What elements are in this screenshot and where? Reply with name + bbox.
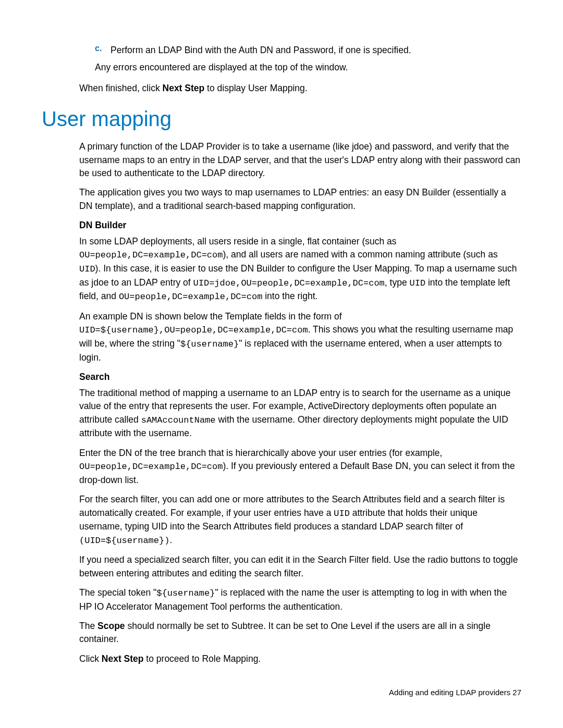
search-heading: Search — [79, 372, 521, 382]
dn1-f: into the right. — [262, 291, 317, 301]
s3-code1: UID — [334, 509, 350, 519]
s3-code2: (UID=${username}) — [79, 536, 169, 546]
intro-p1: A primary function of the LDAP Provider … — [79, 140, 521, 180]
s7-bold: Next Step — [102, 653, 144, 664]
dn-builder-p2: An example DN is shown below the Templat… — [79, 310, 521, 364]
s7-b: to proceed to Role Mapping. — [144, 653, 261, 664]
search-p3: For the search filter, you can add one o… — [79, 493, 521, 547]
heading-user-mapping: User mapping — [42, 107, 521, 131]
dn1-d: , type — [385, 277, 410, 288]
dn-builder-p1: In some LDAP deployments, all users resi… — [79, 235, 521, 304]
s5-code1: ${username} — [156, 588, 215, 598]
s6-b: should normally be set to Subtree. It ca… — [79, 621, 491, 644]
dn1-code5: OU=people,DC=example,DC=com — [119, 292, 262, 302]
finished-line: When finished, click Next Step to displa… — [79, 82, 521, 95]
finished-suffix: to display User Mapping. — [204, 83, 307, 93]
dn1-code1: OU=people,DC=example,DC=com — [79, 250, 223, 260]
s2-code1: OU=people,DC=example,DC=com — [79, 462, 223, 472]
finished-prefix: When finished, click — [79, 83, 163, 93]
search-p2: Enter the DN of the tree branch that is … — [79, 447, 521, 487]
search-p7: Click Next Step to proceed to Role Mappi… — [79, 652, 521, 665]
s6-bold: Scope — [97, 621, 125, 631]
page-footer: Adding and editing LDAP providers 27 — [389, 688, 521, 697]
list-item-c: c. Perform an LDAP Bind with the Auth DN… — [95, 44, 521, 57]
s2-a: Enter the DN of the tree branch that is … — [79, 448, 442, 458]
dn2-code1: UID=${username},OU=people,DC=example,DC=… — [79, 325, 308, 335]
search-p5: The special token "${username}" is repla… — [79, 586, 521, 613]
dn1-a: In some LDAP deployments, all users resi… — [79, 236, 397, 246]
content-column: c. Perform an LDAP Bind with the Auth DN… — [79, 44, 521, 665]
dn1-code3: UID=jdoe,OU=people,DC=example,DC=com — [193, 278, 385, 288]
intro-p2: The application gives you two ways to ma… — [79, 186, 521, 213]
s5-a: The special token " — [79, 587, 156, 598]
dn-builder-heading: DN Builder — [79, 220, 521, 231]
page: c. Perform an LDAP Bind with the Auth DN… — [0, 0, 563, 728]
search-p6: The Scope should normally be set to Subt… — [79, 620, 521, 646]
errors-note: Any errors encountered are displayed at … — [95, 61, 521, 74]
list-text-c: Perform an LDAP Bind with the Auth DN an… — [111, 44, 411, 57]
search-p4: If you need a specialized search filter,… — [79, 553, 521, 580]
dn1-b: ), and all users are named with a common… — [223, 249, 497, 260]
dn2-a: An example DN is shown below the Templat… — [79, 311, 342, 322]
search-p1: The traditional method of mapping a user… — [79, 387, 521, 440]
s6-a: The — [79, 621, 97, 631]
dn1-code4: UID — [410, 278, 426, 288]
s3-c: . — [169, 535, 172, 545]
s1-code1: sAMAccountName — [141, 415, 216, 425]
dn2-code2: ${username} — [180, 339, 239, 349]
dn1-code2: UID — [79, 264, 95, 274]
finished-bold: Next Step — [163, 83, 205, 93]
list-marker-c: c. — [95, 44, 111, 57]
s7-a: Click — [79, 653, 102, 664]
